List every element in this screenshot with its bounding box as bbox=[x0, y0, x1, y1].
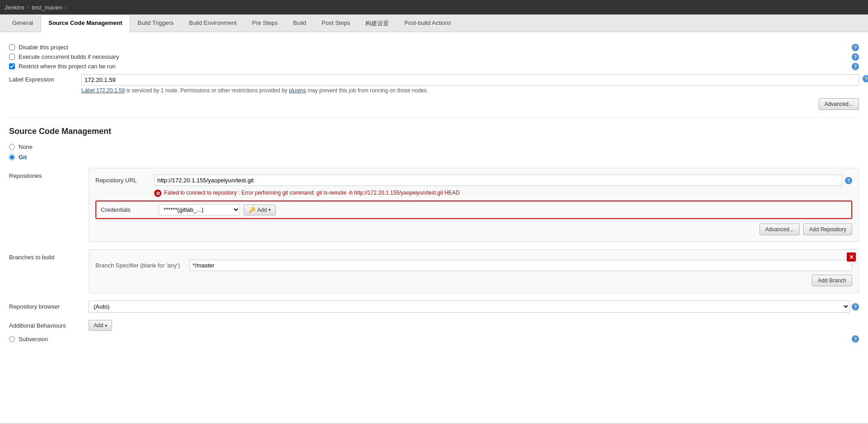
add-icon: 🔑 bbox=[249, 207, 255, 213]
repositories-block: Repositories Repository URL ? ⊘ Failed t… bbox=[9, 168, 859, 242]
tab-gou-jian[interactable]: 构建设置 bbox=[358, 14, 396, 32]
breadcrumb-sep: › bbox=[27, 4, 29, 11]
credentials-select[interactable]: ******(gitlab_...) bbox=[159, 204, 240, 215]
subversion-help-icon[interactable]: ? bbox=[852, 335, 859, 343]
subversion-label: Subversion bbox=[19, 336, 48, 343]
breadcrumb-sep2: › bbox=[65, 4, 67, 11]
label-expression-input[interactable] bbox=[81, 74, 859, 86]
branch-specifier-input[interactable] bbox=[189, 260, 852, 271]
plugins-link[interactable]: plugins bbox=[289, 87, 306, 94]
git-label: Git bbox=[19, 154, 27, 161]
repo-url-row: Repository URL ? bbox=[95, 175, 852, 186]
scm-title: Source Code Management bbox=[9, 127, 859, 136]
add-branch-button[interactable]: Add Branch bbox=[812, 275, 852, 286]
disable-project-checkbox[interactable] bbox=[9, 44, 15, 50]
git-radio-row: Git bbox=[9, 154, 859, 161]
additional-behaviours-add-button[interactable]: Add ▾ bbox=[89, 320, 112, 331]
add-behaviours-label: Add bbox=[94, 322, 103, 329]
project-link[interactable]: test_maven bbox=[32, 4, 62, 11]
error-icon: ⊘ bbox=[154, 190, 161, 197]
label-expression-hint: Label 172.20.1.59 is serviced by 1 node.… bbox=[81, 87, 859, 94]
disable-project-label: Disable this project bbox=[19, 44, 68, 51]
credentials-label: Credentials bbox=[101, 206, 155, 213]
additional-behaviours-label: Additional Behaviours bbox=[9, 322, 81, 329]
general-advanced-button[interactable]: Advanced... bbox=[819, 98, 859, 110]
credentials-add-button[interactable]: 🔑 Add ▾ bbox=[244, 205, 276, 215]
restrict-where-checkbox[interactable] bbox=[9, 63, 15, 69]
restrict-where-row: Restrict where this project can be run ? bbox=[9, 63, 859, 70]
tab-bar: General Source Code Management Build Tri… bbox=[0, 14, 868, 32]
none-label: None bbox=[19, 143, 33, 150]
concurrent-builds-checkbox[interactable] bbox=[9, 54, 15, 60]
jenkins-link[interactable]: Jenkins bbox=[5, 4, 24, 11]
repo-browser-label: Repository browser bbox=[9, 303, 81, 310]
label-link[interactable]: Label 172.20.1.59 bbox=[81, 87, 125, 94]
general-section: Disable this project ? Execute concurren… bbox=[9, 39, 859, 118]
concurrent-builds-label: Execute concurrent builds if necessary bbox=[19, 53, 119, 60]
error-message-row: ⊘ Failed to connect to repository : Erro… bbox=[95, 190, 852, 197]
branch-specifier-row: Branch Specifier (blank for 'any') bbox=[95, 260, 852, 271]
none-radio-row: None bbox=[9, 143, 859, 150]
credentials-box: Credentials ******(gitlab_...) 🔑 Add ▾ bbox=[95, 200, 852, 219]
subversion-radio[interactable] bbox=[9, 336, 15, 342]
add-label: Add bbox=[257, 207, 267, 213]
top-nav: Jenkins › test_maven › bbox=[0, 0, 868, 14]
tab-general[interactable]: General bbox=[5, 14, 41, 32]
repo-browser-select[interactable]: (Auto) bbox=[89, 300, 850, 313]
repositories-label: Repositories bbox=[9, 168, 81, 179]
label-expression-help-icon[interactable]: ? bbox=[863, 75, 868, 82]
additional-behaviours-row: Additional Behaviours Add ▾ bbox=[9, 320, 859, 331]
restrict-where-help-icon[interactable]: ? bbox=[852, 63, 859, 70]
tab-pre-steps[interactable]: Pre Steps bbox=[245, 14, 286, 32]
main-content: Disable this project ? Execute concurren… bbox=[0, 32, 868, 423]
repo-url-help-icon[interactable]: ? bbox=[845, 177, 852, 184]
branches-block: Branches to build ✕ Branch Specifier (bl… bbox=[9, 249, 859, 293]
branch-inner: ✕ Branch Specifier (blank for 'any') Add… bbox=[89, 249, 859, 293]
label-expression-label: Label Expression bbox=[9, 74, 81, 83]
tab-build[interactable]: Build bbox=[286, 14, 314, 32]
repo-actions: Advanced... Add Repository bbox=[95, 224, 852, 235]
branch-specifier-label: Branch Specifier (blank for 'any') bbox=[95, 262, 186, 269]
repo-browser-help-icon[interactable]: ? bbox=[852, 303, 859, 310]
tab-post-build[interactable]: Post-build Actions bbox=[396, 14, 458, 32]
tab-scm[interactable]: Source Code Management bbox=[41, 14, 130, 32]
concurrent-builds-help-icon[interactable]: ? bbox=[852, 53, 859, 61]
branches-label: Branches to build bbox=[9, 249, 81, 261]
repo-browser-row: Repository browser (Auto) ? bbox=[9, 300, 859, 313]
tab-post-steps[interactable]: Post Steps bbox=[314, 14, 358, 32]
add-repository-button[interactable]: Add Repository bbox=[803, 224, 852, 235]
repo-inner: Repository URL ? ⊘ Failed to connect to … bbox=[89, 168, 859, 242]
repo-url-input[interactable] bbox=[154, 175, 842, 186]
none-radio[interactable] bbox=[9, 144, 15, 150]
tab-build-triggers[interactable]: Build Triggers bbox=[130, 14, 181, 32]
repo-browser-content: (Auto) ? bbox=[89, 300, 859, 313]
add-behaviours-chevron-icon: ▾ bbox=[105, 323, 107, 328]
scm-section: Source Code Management None Git Reposito… bbox=[9, 127, 859, 343]
repo-advanced-button[interactable]: Advanced... bbox=[760, 224, 800, 235]
error-text: Failed to connect to repository : Error … bbox=[164, 190, 460, 196]
tab-build-environment[interactable]: Build Environment bbox=[181, 14, 245, 32]
label-expression-row: Label Expression ? Label 172.20.1.59 is … bbox=[9, 74, 859, 94]
add-branch-row: Add Branch bbox=[95, 275, 852, 286]
restrict-where-label: Restrict where this project can be run bbox=[19, 63, 116, 70]
concurrent-builds-row: Execute concurrent builds if necessary ? bbox=[9, 53, 859, 60]
delete-branch-button[interactable]: ✕ bbox=[847, 252, 856, 262]
subversion-row: Subversion ? bbox=[9, 335, 859, 343]
general-advanced-row: Advanced... bbox=[9, 98, 859, 110]
add-chevron-icon: ▾ bbox=[269, 207, 271, 212]
disable-project-help-icon[interactable]: ? bbox=[852, 44, 859, 51]
git-radio[interactable] bbox=[9, 154, 15, 160]
repo-url-label: Repository URL bbox=[95, 177, 154, 184]
disable-project-row: Disable this project ? bbox=[9, 44, 859, 51]
